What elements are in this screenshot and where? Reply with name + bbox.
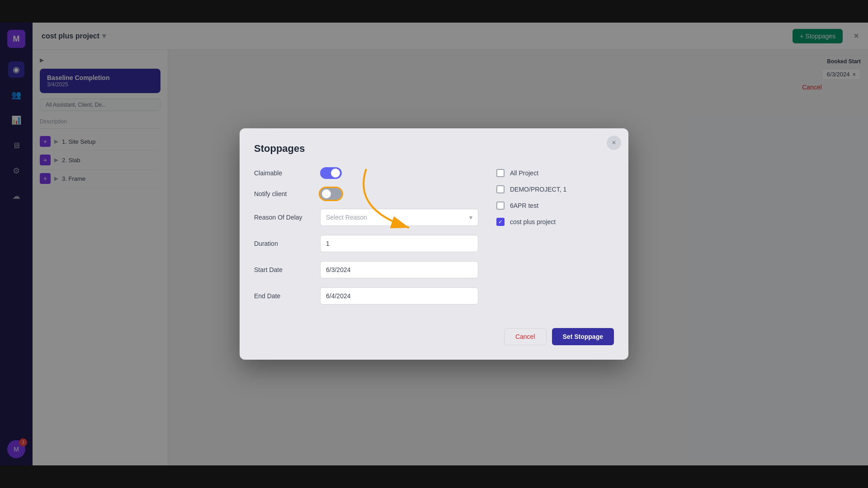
end-date-row: End Date	[254, 287, 478, 305]
chevron-down-icon: ▾	[469, 214, 472, 221]
checkbox-cost-plus-project[interactable]	[496, 218, 505, 226]
claimable-toggle[interactable]	[320, 167, 342, 179]
notify-client-label: Notify client	[254, 190, 313, 197]
checkbox-label-demo-project: DEMO/PROJECT, 1	[510, 186, 566, 193]
end-date-label: End Date	[254, 292, 313, 300]
start-date-label: Start Date	[254, 266, 313, 273]
modal-body: Claimable Notify client Reas	[254, 167, 614, 314]
checkbox-demo-project[interactable]	[496, 185, 505, 193]
duration-row: Duration	[254, 235, 478, 252]
modal-footer: Cancel Set Stoppage	[254, 328, 614, 345]
checkbox-6apr-test[interactable]	[496, 202, 505, 210]
duration-label: Duration	[254, 240, 313, 247]
modal-left: Claimable Notify client Reas	[254, 167, 478, 314]
claimable-label: Claimable	[254, 169, 313, 177]
end-date-input[interactable]	[320, 287, 478, 305]
notify-client-toggle[interactable]	[320, 188, 342, 200]
cancel-button[interactable]: Cancel	[504, 328, 547, 345]
list-item[interactable]: DEMO/PROJECT, 1	[496, 185, 614, 193]
list-item[interactable]: 6APR test	[496, 202, 614, 210]
notify-client-row: Notify client	[254, 188, 478, 200]
set-stoppage-button[interactable]: Set Stoppage	[552, 328, 614, 345]
modal-overlay: Stoppages × Claimable Notify client	[0, 0, 868, 488]
start-date-row: Start Date	[254, 261, 478, 278]
duration-input[interactable]	[320, 235, 478, 252]
claimable-row: Claimable	[254, 167, 478, 179]
modal-right: All Project DEMO/PROJECT, 1 6APR test co…	[496, 167, 614, 314]
checkbox-label-6apr-test: 6APR test	[510, 202, 538, 209]
reason-select[interactable]: Select Reason ▾	[320, 209, 478, 226]
stoppages-modal: Stoppages × Claimable Notify client	[240, 128, 628, 360]
project-checkbox-list: All Project DEMO/PROJECT, 1 6APR test co…	[496, 167, 614, 226]
modal-title: Stoppages	[254, 143, 614, 155]
reason-of-delay-label: Reason Of Delay	[254, 214, 313, 221]
list-item[interactable]: cost plus project	[496, 218, 614, 226]
modal-close-button[interactable]: ×	[607, 136, 621, 150]
reason-of-delay-row: Reason Of Delay Select Reason ▾	[254, 209, 478, 226]
checkbox-label-all-project: All Project	[510, 169, 538, 177]
checkbox-label-cost-plus-project: cost plus project	[510, 218, 556, 225]
list-item[interactable]: All Project	[496, 169, 614, 177]
start-date-input[interactable]	[320, 261, 478, 278]
checkbox-all-project[interactable]	[496, 169, 505, 177]
